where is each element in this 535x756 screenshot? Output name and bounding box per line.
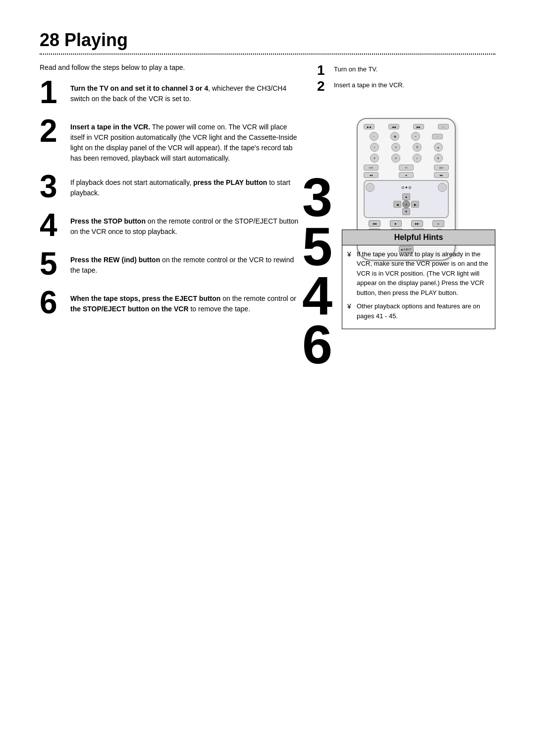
remote-cross-right: ▶ xyxy=(411,201,419,208)
step-number-5: 5 xyxy=(40,248,65,280)
remote-btn-wide-1: VCR xyxy=(364,165,378,171)
step-text-6: When the tape stops, press the EJECT but… xyxy=(70,291,302,314)
remote-cross-center: ● xyxy=(402,200,410,208)
remote-btn-wide-4: ◀◀ xyxy=(364,172,378,178)
step-text-2: Insert a tape in the VCR. The power will… xyxy=(70,119,302,164)
remote-btn-ff: ▶▶ xyxy=(411,220,423,227)
remote-highlight-row-1: · ⊙✦⊙ · xyxy=(366,183,447,192)
remote-btn-wide-3: AUX xyxy=(434,165,449,171)
remote-btn-2: ◀◀ xyxy=(388,124,399,129)
remote-cross-down: ▼ xyxy=(402,208,410,215)
step-block-3: 3If playback does not start automaticall… xyxy=(40,174,302,202)
remote-row-3: ✓ ✕ ☰ ▲ xyxy=(364,143,449,152)
remote-btn-wide-5: ▶ xyxy=(399,172,414,178)
remote-cross-top: ▲ xyxy=(402,193,410,200)
helpful-hints-header: Helpful Hints xyxy=(342,230,495,245)
page-title: 28 Playing xyxy=(40,30,495,51)
right-step-1: 1Turn on the TV. xyxy=(317,63,495,77)
remote-btn-up: ▲ xyxy=(434,143,443,152)
remote-cross: ▲ ◀ ● ▶ ▼ xyxy=(366,193,447,215)
hint-text-0: If the tape you want to play is already … xyxy=(357,249,490,298)
intro-text: Read and follow the steps below to play … xyxy=(40,63,302,71)
right-step-text-1: Turn on the TV. xyxy=(334,63,377,73)
step-number-2: 2 xyxy=(40,115,65,147)
step-block-5: 5Press the REW (ind) button on the remot… xyxy=(40,252,302,280)
hint-bullet-1: ¥ xyxy=(347,301,354,312)
remote-btn-down: ▼ xyxy=(434,154,443,163)
right-step-text-2: Insert a tape in the VCR. xyxy=(334,79,404,89)
remote-btn-power: ⏻ xyxy=(390,132,399,141)
step-number-3: 3 xyxy=(40,171,65,202)
step-block-2: 2Insert a tape in the VCR. The power wil… xyxy=(40,119,302,164)
overlay-num-4: 4 xyxy=(302,271,332,320)
remote-btn-rec: ● xyxy=(432,220,444,227)
hint-text-1: Other playback options and features are … xyxy=(357,301,490,321)
left-column: Read and follow the steps below to play … xyxy=(40,63,317,329)
step-number-4: 4 xyxy=(40,209,65,241)
step-text-4: Press the STOP button on the remote cont… xyxy=(70,213,302,237)
remote-btn-menu: ☰ xyxy=(413,143,422,152)
right-step-2: 2Insert a tape in the VCR. xyxy=(317,79,495,93)
remote-btn-3: ▶▶ xyxy=(413,124,424,129)
remote-top-row-1: ▶◀ ◀◀ ▶▶ ◦◦◦ xyxy=(364,124,449,129)
remote-btn-play: ▶ xyxy=(390,220,402,227)
remote-btn-x: ✕ xyxy=(391,143,400,152)
hint-item-1: ¥Other playback options and features are… xyxy=(347,301,490,321)
step-number-1: 1 xyxy=(40,76,65,108)
overlay-num-3: 3 xyxy=(302,173,332,222)
remote-btn-wide-2: TV xyxy=(399,165,414,171)
overlay-num-6: 6 xyxy=(302,320,332,369)
remote-btn-ch-up: + xyxy=(411,132,420,141)
step-number-6: 6 xyxy=(40,287,65,318)
remote-cross-left: ◀ xyxy=(393,201,401,208)
remote-btn-z: ✗ xyxy=(391,154,400,163)
remote-highlighted-section: · ⊙✦⊙ · ▲ ◀ ● ▶ xyxy=(364,180,449,218)
helpful-hints-body: ¥If the tape you want to play is already… xyxy=(342,245,495,329)
step-block-4: 4Press the STOP button on the remote con… xyxy=(40,213,302,241)
hint-item-0: ¥If the tape you want to play is already… xyxy=(347,249,490,298)
remote-btn-rew: ◀◀ xyxy=(369,220,380,227)
overlay-num-5: 5 xyxy=(302,222,332,271)
remote-btn-ch-down: − xyxy=(370,132,378,141)
remote-btn-wide-6: ▶▶ xyxy=(434,172,449,178)
step-text-3: If playback does not start automatically… xyxy=(70,174,302,198)
right-steps: 1Turn on the TV.2Insert a tape in the VC… xyxy=(317,63,495,93)
remote-btn-plus: + xyxy=(413,154,422,163)
remote-btn-4: ◦◦◦ xyxy=(438,124,449,129)
step-text-5: Press the REW (ind) button on the remote… xyxy=(70,252,302,276)
step-text-1: Turn the TV on and set it to channel 3 o… xyxy=(70,80,302,104)
steps-container: 1Turn the TV on and set it to channel 3 … xyxy=(40,80,302,318)
hint-bullet-0: ¥ xyxy=(347,249,354,260)
right-step-num-2: 2 xyxy=(317,79,331,93)
remote-indicator: ⊙✦⊙ xyxy=(401,183,412,192)
remote-btn-ok: ✓ xyxy=(370,143,379,152)
remote-transport-1: ◀◀ ▶ ▶▶ ● xyxy=(364,220,449,227)
remote-cross-bot: ▼ xyxy=(402,208,410,215)
remote-cross-up: ▲ xyxy=(402,193,410,200)
remote-row-4: ✗ ✗ + ▼ xyxy=(364,154,449,163)
remote-btn-h1: · xyxy=(366,183,374,192)
big-overlay-numbers: 3 5 4 6 xyxy=(302,173,332,369)
remote-row-2: − ⏻ + ··· xyxy=(364,132,449,141)
remote-wide-row-1: VCR TV AUX ◀◀ ▶ ▶▶ xyxy=(364,165,449,178)
remote-btn-h2: · xyxy=(438,183,447,192)
dotted-rule xyxy=(40,54,495,55)
remote-btn-1: ▶◀ xyxy=(364,124,374,129)
helpful-hints-box: Helpful Hints ¥If the tape you want to p… xyxy=(342,230,495,330)
remote-btn-5: ··· xyxy=(432,134,443,139)
remote-wide-row-2: ◀◀ ▶ ▶▶ xyxy=(364,172,449,178)
remote-cross-mid: ◀ ● ▶ xyxy=(393,200,419,208)
step-block-6: 6When the tape stops, press the EJECT bu… xyxy=(40,291,302,318)
page-content: 28 Playing Read and follow the steps bel… xyxy=(0,0,535,359)
remote-btn-y: ✗ xyxy=(370,154,379,163)
right-step-num-1: 1 xyxy=(317,63,331,77)
step-block-1: 1Turn the TV on and set it to channel 3 … xyxy=(40,80,302,108)
remote-wide-inner: VCR TV AUX xyxy=(364,165,449,171)
